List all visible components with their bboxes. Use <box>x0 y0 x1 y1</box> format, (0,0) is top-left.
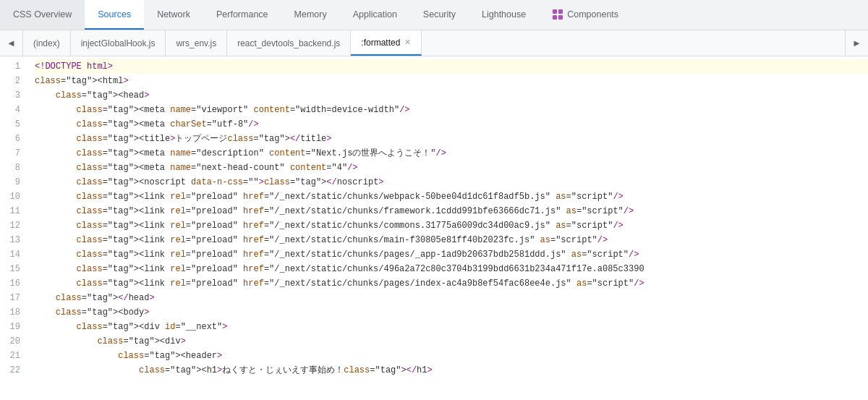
code-line: class="tag"><meta name="viewport" conten… <box>35 103 868 117</box>
line-numbers: 12345678910111213141516171819202122 <box>0 56 29 400</box>
tab-security[interactable]: Security <box>410 0 469 30</box>
line-number: 14 <box>9 247 20 262</box>
code-line: class="tag"><title>トップページclass="tag"></t… <box>35 132 868 146</box>
line-number: 8 <box>9 161 20 175</box>
line-number: 1 <box>9 59 20 74</box>
tab-application[interactable]: Application <box>340 0 410 30</box>
line-number: 21 <box>9 349 20 363</box>
code-line: class="tag"><head> <box>35 88 868 103</box>
svg-rect-3 <box>558 15 563 20</box>
file-tab-formatted[interactable]: :formatted ✕ <box>351 30 422 56</box>
code-line: class="tag"><div id="__next"> <box>35 320 868 334</box>
code-line: class="tag"><div> <box>35 334 868 349</box>
tab-network[interactable]: Network <box>144 0 203 30</box>
file-tab-bar: ◄ (index) injectGlobalHook.js wrs_env.js… <box>0 30 868 56</box>
code-line: class="tag"><meta name="description" con… <box>35 146 868 161</box>
code-line: class="tag"><header> <box>35 349 868 363</box>
svg-rect-2 <box>553 15 557 20</box>
line-number: 6 <box>9 132 20 146</box>
line-number: 11 <box>9 204 20 218</box>
code-line: class="tag"><link rel="preload" href="/_… <box>35 204 868 218</box>
components-icon <box>552 9 563 20</box>
tab-css-overview[interactable]: CSS Overview <box>0 0 85 30</box>
code-line: class="tag"><link rel="preload" href="/_… <box>35 247 868 262</box>
code-area: 12345678910111213141516171819202122 <!DO… <box>0 56 868 400</box>
tab-memory[interactable]: Memory <box>281 0 340 30</box>
svg-rect-1 <box>558 9 563 14</box>
code-line: class="tag"><body> <box>35 305 868 320</box>
nav-prev-button[interactable]: ◄ <box>0 30 23 56</box>
next-icon: ► <box>852 38 861 48</box>
line-number: 20 <box>9 334 20 349</box>
code-line: class="tag"><link rel="preload" href="/_… <box>35 233 868 247</box>
code-line: <!DOCTYPE html> <box>35 59 868 74</box>
line-number: 3 <box>9 88 20 103</box>
tab-bar: CSS Overview Sources Network Performance… <box>0 0 868 30</box>
code-line: class="tag"><h1>ねくすと・じぇいえす事始め！class="tag… <box>35 363 868 378</box>
code-content[interactable]: <!DOCTYPE html>class="tag"><html> class=… <box>29 56 868 400</box>
code-line: class="tag"></head> <box>35 291 868 305</box>
svg-rect-0 <box>553 9 557 14</box>
line-number: 4 <box>9 103 20 117</box>
code-line: class="tag"><noscript data-n-css="">clas… <box>35 175 868 190</box>
code-line: class="tag"><meta name="next-head-count"… <box>35 161 868 175</box>
line-number: 7 <box>9 146 20 161</box>
line-number: 9 <box>9 175 20 190</box>
tab-components[interactable]: Components <box>539 0 631 30</box>
tab-sources[interactable]: Sources <box>85 0 144 30</box>
tab-lighthouse[interactable]: Lighthouse <box>469 0 539 30</box>
nav-next-button[interactable]: ► <box>845 30 868 56</box>
code-line: class="tag"><html> <box>35 74 868 88</box>
line-number: 13 <box>9 233 20 247</box>
file-tab-close-button[interactable]: ✕ <box>404 38 411 47</box>
file-tab-inject[interactable]: injectGlobalHook.js <box>71 30 166 56</box>
file-tab-react-devtools[interactable]: react_devtools_backend.js <box>227 30 351 56</box>
line-number: 16 <box>9 276 20 291</box>
file-tab-index[interactable]: (index) <box>23 30 71 56</box>
line-number: 12 <box>9 218 20 233</box>
code-line: class="tag"><link rel="preload" href="/_… <box>35 218 868 233</box>
line-number: 18 <box>9 305 20 320</box>
tab-performance[interactable]: Performance <box>203 0 281 30</box>
line-number: 19 <box>9 320 20 334</box>
code-line: class="tag"><link rel="preload" href="/_… <box>35 190 868 204</box>
code-line: class="tag"><link rel="preload" href="/_… <box>35 262 868 276</box>
line-number: 22 <box>9 363 20 378</box>
line-number: 10 <box>9 190 20 204</box>
line-number: 2 <box>9 74 20 88</box>
code-line: class="tag"><link rel="preload" href="/_… <box>35 276 868 291</box>
line-number: 15 <box>9 262 20 276</box>
prev-icon: ◄ <box>7 38 16 48</box>
line-number: 17 <box>9 291 20 305</box>
code-line: class="tag"><meta charSet="utf-8"/> <box>35 117 868 132</box>
file-tab-wrs[interactable]: wrs_env.js <box>166 30 227 56</box>
line-number: 5 <box>9 117 20 132</box>
